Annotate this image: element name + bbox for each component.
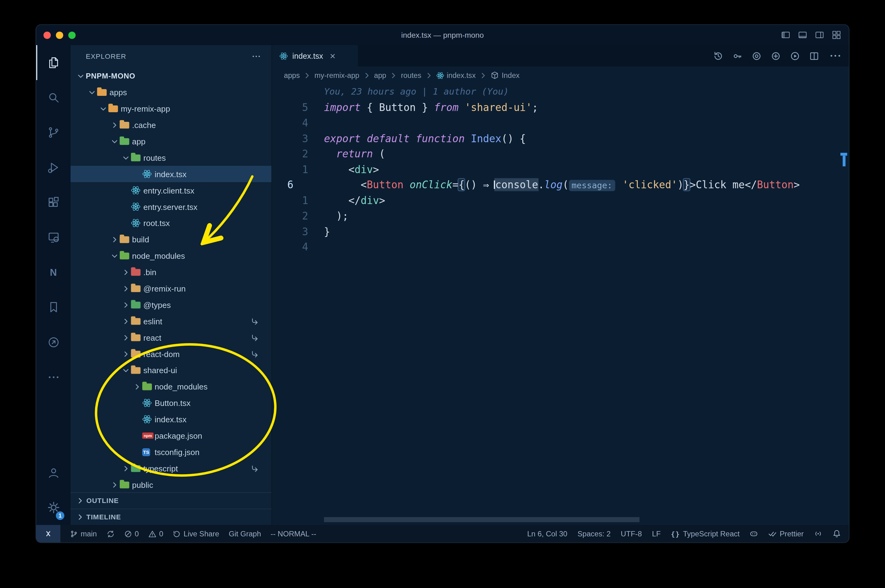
close-tab-icon[interactable]: × (330, 51, 336, 61)
search-icon[interactable] (36, 80, 71, 115)
tree-item-cache[interactable]: .cache (71, 117, 271, 133)
tree-item-routes[interactable]: routes (71, 149, 271, 166)
live-share-item[interactable]: Live Share (173, 525, 220, 543)
explorer-more-actions-icon[interactable] (251, 51, 262, 62)
code-line[interactable]: 4 (272, 115, 841, 130)
files-icon[interactable] (36, 45, 71, 80)
code-line[interactable]: 5import { Button } from 'shared-ui'; (272, 99, 841, 115)
broadcast-icon[interactable] (814, 525, 822, 543)
tree-item-index-tsx[interactable]: index.tsx (71, 166, 271, 182)
section-timeline[interactable]: TIMELINE (71, 508, 271, 525)
tree-item-entry-client-tsx[interactable]: entry.client.tsx (71, 182, 271, 198)
history-icon[interactable] (713, 51, 723, 61)
status-item-lf[interactable]: LF (652, 525, 661, 543)
code-line[interactable]: 4 (272, 239, 841, 254)
chevron-down-icon[interactable] (120, 366, 131, 374)
vertical-scrollbar-thumb[interactable] (843, 156, 845, 166)
chevron-down-icon[interactable] (98, 105, 108, 112)
status-item-spaces-2[interactable]: Spaces: 2 (577, 525, 611, 543)
chevron-right-icon[interactable] (120, 301, 131, 309)
code-line[interactable]: 3} (272, 224, 841, 239)
tree-item-apps[interactable]: apps (71, 84, 271, 100)
chevron-down-icon[interactable] (120, 154, 131, 162)
chevron-right-icon[interactable] (120, 317, 131, 325)
errors-item[interactable]: 0 (124, 525, 139, 543)
status-item-utf-8[interactable]: UTF-8 (621, 525, 642, 543)
tree-item-remix-run[interactable]: @remix-run (71, 280, 271, 297)
tree-item-index-tsx[interactable]: index.tsx (71, 411, 271, 428)
remote-icon[interactable] (36, 525, 60, 543)
tree-item-typescript[interactable]: typescript (71, 460, 271, 476)
tree-item-react-dom[interactable]: react-dom (71, 346, 271, 362)
layout-sidebar-icon[interactable] (781, 30, 790, 39)
tree-item-entry-server-tsx[interactable]: entry.server.tsx (71, 198, 271, 215)
chevron-right-icon[interactable] (109, 121, 120, 129)
breadcrumb-apps[interactable]: apps (284, 71, 300, 80)
layout-grid-icon[interactable] (832, 30, 841, 39)
tree-item-button-tsx[interactable]: Button.tsx (71, 395, 271, 411)
chevron-right-icon[interactable] (120, 334, 131, 342)
code-runner-icon[interactable] (36, 325, 71, 360)
branch-item[interactable]: main (70, 525, 97, 543)
bookmarks-icon[interactable] (36, 290, 71, 325)
check-double-item[interactable]: Prettier (768, 525, 804, 543)
source-control-icon[interactable] (36, 115, 71, 150)
split-editor-icon[interactable] (810, 51, 819, 61)
breadcrumb-app[interactable]: app (374, 71, 387, 80)
warnings-item[interactable]: 0 (149, 525, 163, 543)
more-icon[interactable] (829, 49, 842, 63)
tree-item-bin[interactable]: .bin (71, 264, 271, 280)
status-item-normal[interactable]: -- NORMAL -- (271, 525, 316, 543)
live-preview-icon[interactable] (36, 220, 71, 255)
settings-icon[interactable]: 1 (36, 490, 71, 525)
tree-item-eslint[interactable]: eslint (71, 313, 271, 329)
chevron-right-icon[interactable] (120, 350, 131, 358)
chevron-right-icon[interactable] (131, 383, 142, 391)
code-line[interactable]: 2 return ( (272, 146, 841, 161)
run-icon[interactable] (790, 51, 800, 61)
more-icon[interactable] (36, 360, 71, 395)
chevron-down-icon[interactable] (109, 252, 120, 260)
nx-console-icon[interactable]: N (36, 255, 71, 290)
breadcrumb-index-tsx[interactable]: index.tsx (436, 71, 476, 80)
tree-item-app[interactable]: app (71, 133, 271, 149)
status-item-ln-6-col-30[interactable]: Ln 6, Col 30 (527, 525, 567, 543)
gitlens-icon[interactable] (733, 51, 742, 61)
breadcrumb-index[interactable]: Index (491, 71, 520, 80)
chevron-down-icon[interactable] (86, 88, 97, 96)
code-line[interactable]: 1 <div> (272, 162, 841, 177)
tree-item-public[interactable]: public (71, 476, 271, 492)
chevron-right-icon[interactable] (120, 268, 131, 276)
tree-item-react[interactable]: react (71, 329, 271, 346)
tree-item-my-remix-app[interactable]: my-remix-app (71, 100, 271, 117)
horizontal-scrollbar[interactable] (324, 517, 640, 522)
tree-item-shared-ui[interactable]: shared-ui (71, 362, 271, 378)
status-item-git-graph[interactable]: Git Graph (229, 525, 261, 543)
account-icon[interactable] (36, 455, 71, 490)
layout-secondary-sidebar-icon[interactable] (815, 30, 824, 39)
chevron-right-icon[interactable] (109, 236, 120, 244)
code-line[interactable]: 2 ); (272, 208, 841, 224)
tree-item-node-modules[interactable]: node_modules (71, 378, 271, 395)
tree-item-build[interactable]: build (71, 231, 271, 248)
tab-index-tsx[interactable]: index.tsx× (272, 45, 358, 66)
zoom-button[interactable] (68, 31, 76, 39)
code-area[interactable]: You, 23 hours ago | 1 author (You)5impor… (272, 84, 841, 525)
chevron-down-icon[interactable] (109, 137, 120, 145)
code-line[interactable]: 1 </div> (272, 193, 841, 208)
chevron-down-icon[interactable] (75, 72, 86, 80)
breadcrumb-my-remix-app[interactable]: my-remix-app (315, 71, 359, 80)
tree-item-tsconfig-json[interactable]: TStsconfig.json (71, 444, 271, 460)
tree-item-types[interactable]: @types (71, 297, 271, 313)
breadcrumb-routes[interactable]: routes (401, 71, 421, 80)
tree-item-root-tsx[interactable]: root.tsx (71, 215, 271, 231)
tree-item-pnpm-mono[interactable]: PNPM-MONO (71, 68, 271, 84)
chevron-right-icon[interactable] (120, 284, 131, 292)
extensions-icon[interactable] (36, 185, 71, 220)
section-outline[interactable]: OUTLINE (71, 492, 271, 508)
open-changes-icon[interactable] (771, 51, 781, 61)
compare-icon[interactable] (752, 51, 762, 61)
chevron-right-icon[interactable] (109, 481, 120, 489)
minimize-button[interactable] (56, 31, 63, 39)
close-button[interactable] (43, 31, 51, 39)
